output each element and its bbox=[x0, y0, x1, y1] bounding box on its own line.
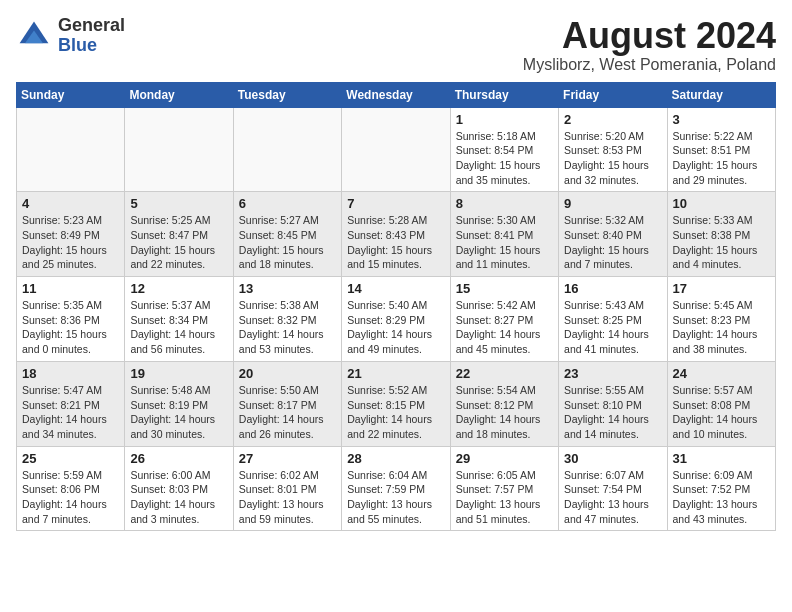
day-info: Sunrise: 5:50 AM Sunset: 8:17 PM Dayligh… bbox=[239, 383, 336, 442]
calendar-cell: 6Sunrise: 5:27 AM Sunset: 8:45 PM Daylig… bbox=[233, 192, 341, 277]
calendar-cell: 5Sunrise: 5:25 AM Sunset: 8:47 PM Daylig… bbox=[125, 192, 233, 277]
day-number: 5 bbox=[130, 196, 227, 211]
day-number: 11 bbox=[22, 281, 119, 296]
day-number: 30 bbox=[564, 451, 661, 466]
day-number: 29 bbox=[456, 451, 553, 466]
calendar-cell: 19Sunrise: 5:48 AM Sunset: 8:19 PM Dayli… bbox=[125, 361, 233, 446]
calendar-week-row: 18Sunrise: 5:47 AM Sunset: 8:21 PM Dayli… bbox=[17, 361, 776, 446]
day-info: Sunrise: 5:38 AM Sunset: 8:32 PM Dayligh… bbox=[239, 298, 336, 357]
day-info: Sunrise: 5:33 AM Sunset: 8:38 PM Dayligh… bbox=[673, 213, 770, 272]
day-info: Sunrise: 5:25 AM Sunset: 8:47 PM Dayligh… bbox=[130, 213, 227, 272]
day-info: Sunrise: 6:09 AM Sunset: 7:52 PM Dayligh… bbox=[673, 468, 770, 527]
calendar-week-row: 11Sunrise: 5:35 AM Sunset: 8:36 PM Dayli… bbox=[17, 277, 776, 362]
day-number: 18 bbox=[22, 366, 119, 381]
day-info: Sunrise: 6:05 AM Sunset: 7:57 PM Dayligh… bbox=[456, 468, 553, 527]
day-info: Sunrise: 5:47 AM Sunset: 8:21 PM Dayligh… bbox=[22, 383, 119, 442]
weekday-header: Thursday bbox=[450, 82, 558, 107]
day-number: 3 bbox=[673, 112, 770, 127]
calendar-cell: 26Sunrise: 6:00 AM Sunset: 8:03 PM Dayli… bbox=[125, 446, 233, 531]
calendar-cell: 3Sunrise: 5:22 AM Sunset: 8:51 PM Daylig… bbox=[667, 107, 775, 192]
day-info: Sunrise: 5:22 AM Sunset: 8:51 PM Dayligh… bbox=[673, 129, 770, 188]
calendar-cell: 29Sunrise: 6:05 AM Sunset: 7:57 PM Dayli… bbox=[450, 446, 558, 531]
day-number: 27 bbox=[239, 451, 336, 466]
day-info: Sunrise: 5:28 AM Sunset: 8:43 PM Dayligh… bbox=[347, 213, 444, 272]
day-info: Sunrise: 5:40 AM Sunset: 8:29 PM Dayligh… bbox=[347, 298, 444, 357]
day-number: 31 bbox=[673, 451, 770, 466]
day-info: Sunrise: 6:00 AM Sunset: 8:03 PM Dayligh… bbox=[130, 468, 227, 527]
day-number: 9 bbox=[564, 196, 661, 211]
calendar-week-row: 25Sunrise: 5:59 AM Sunset: 8:06 PM Dayli… bbox=[17, 446, 776, 531]
location-title: Mysliborz, West Pomerania, Poland bbox=[523, 56, 776, 74]
calendar-cell: 16Sunrise: 5:43 AM Sunset: 8:25 PM Dayli… bbox=[559, 277, 667, 362]
calendar-cell: 12Sunrise: 5:37 AM Sunset: 8:34 PM Dayli… bbox=[125, 277, 233, 362]
weekday-header: Sunday bbox=[17, 82, 125, 107]
calendar-cell: 4Sunrise: 5:23 AM Sunset: 8:49 PM Daylig… bbox=[17, 192, 125, 277]
day-info: Sunrise: 5:27 AM Sunset: 8:45 PM Dayligh… bbox=[239, 213, 336, 272]
calendar-cell: 23Sunrise: 5:55 AM Sunset: 8:10 PM Dayli… bbox=[559, 361, 667, 446]
header: General Blue August 2024 Mysliborz, West… bbox=[16, 16, 776, 74]
calendar-cell: 28Sunrise: 6:04 AM Sunset: 7:59 PM Dayli… bbox=[342, 446, 450, 531]
day-number: 14 bbox=[347, 281, 444, 296]
calendar-cell: 21Sunrise: 5:52 AM Sunset: 8:15 PM Dayli… bbox=[342, 361, 450, 446]
day-number: 12 bbox=[130, 281, 227, 296]
day-number: 16 bbox=[564, 281, 661, 296]
day-info: Sunrise: 5:37 AM Sunset: 8:34 PM Dayligh… bbox=[130, 298, 227, 357]
day-info: Sunrise: 5:18 AM Sunset: 8:54 PM Dayligh… bbox=[456, 129, 553, 188]
day-info: Sunrise: 6:02 AM Sunset: 8:01 PM Dayligh… bbox=[239, 468, 336, 527]
title-area: August 2024 Mysliborz, West Pomerania, P… bbox=[523, 16, 776, 74]
calendar-cell: 2Sunrise: 5:20 AM Sunset: 8:53 PM Daylig… bbox=[559, 107, 667, 192]
day-number: 24 bbox=[673, 366, 770, 381]
calendar-cell: 20Sunrise: 5:50 AM Sunset: 8:17 PM Dayli… bbox=[233, 361, 341, 446]
calendar-cell: 13Sunrise: 5:38 AM Sunset: 8:32 PM Dayli… bbox=[233, 277, 341, 362]
day-number: 7 bbox=[347, 196, 444, 211]
calendar-cell: 9Sunrise: 5:32 AM Sunset: 8:40 PM Daylig… bbox=[559, 192, 667, 277]
logo-icon bbox=[16, 18, 52, 54]
month-title: August 2024 bbox=[523, 16, 776, 56]
logo-line1: General bbox=[58, 16, 125, 36]
day-info: Sunrise: 5:32 AM Sunset: 8:40 PM Dayligh… bbox=[564, 213, 661, 272]
day-info: Sunrise: 5:59 AM Sunset: 8:06 PM Dayligh… bbox=[22, 468, 119, 527]
day-info: Sunrise: 5:48 AM Sunset: 8:19 PM Dayligh… bbox=[130, 383, 227, 442]
calendar-cell: 15Sunrise: 5:42 AM Sunset: 8:27 PM Dayli… bbox=[450, 277, 558, 362]
logo-text: General Blue bbox=[58, 16, 125, 56]
day-number: 22 bbox=[456, 366, 553, 381]
day-info: Sunrise: 5:43 AM Sunset: 8:25 PM Dayligh… bbox=[564, 298, 661, 357]
day-number: 20 bbox=[239, 366, 336, 381]
day-number: 1 bbox=[456, 112, 553, 127]
calendar: SundayMondayTuesdayWednesdayThursdayFrid… bbox=[16, 82, 776, 532]
day-number: 19 bbox=[130, 366, 227, 381]
calendar-week-row: 4Sunrise: 5:23 AM Sunset: 8:49 PM Daylig… bbox=[17, 192, 776, 277]
day-info: Sunrise: 5:54 AM Sunset: 8:12 PM Dayligh… bbox=[456, 383, 553, 442]
day-number: 15 bbox=[456, 281, 553, 296]
day-number: 4 bbox=[22, 196, 119, 211]
weekday-header: Saturday bbox=[667, 82, 775, 107]
calendar-cell: 8Sunrise: 5:30 AM Sunset: 8:41 PM Daylig… bbox=[450, 192, 558, 277]
calendar-cell: 27Sunrise: 6:02 AM Sunset: 8:01 PM Dayli… bbox=[233, 446, 341, 531]
calendar-cell: 17Sunrise: 5:45 AM Sunset: 8:23 PM Dayli… bbox=[667, 277, 775, 362]
day-info: Sunrise: 5:30 AM Sunset: 8:41 PM Dayligh… bbox=[456, 213, 553, 272]
day-info: Sunrise: 6:04 AM Sunset: 7:59 PM Dayligh… bbox=[347, 468, 444, 527]
day-info: Sunrise: 5:52 AM Sunset: 8:15 PM Dayligh… bbox=[347, 383, 444, 442]
logo-line2: Blue bbox=[58, 36, 125, 56]
day-number: 21 bbox=[347, 366, 444, 381]
day-number: 2 bbox=[564, 112, 661, 127]
day-info: Sunrise: 5:42 AM Sunset: 8:27 PM Dayligh… bbox=[456, 298, 553, 357]
calendar-header-row: SundayMondayTuesdayWednesdayThursdayFrid… bbox=[17, 82, 776, 107]
calendar-cell: 22Sunrise: 5:54 AM Sunset: 8:12 PM Dayli… bbox=[450, 361, 558, 446]
day-info: Sunrise: 6:07 AM Sunset: 7:54 PM Dayligh… bbox=[564, 468, 661, 527]
calendar-cell: 11Sunrise: 5:35 AM Sunset: 8:36 PM Dayli… bbox=[17, 277, 125, 362]
day-number: 17 bbox=[673, 281, 770, 296]
calendar-cell bbox=[342, 107, 450, 192]
day-number: 25 bbox=[22, 451, 119, 466]
weekday-header: Wednesday bbox=[342, 82, 450, 107]
weekday-header: Monday bbox=[125, 82, 233, 107]
day-number: 28 bbox=[347, 451, 444, 466]
calendar-cell: 24Sunrise: 5:57 AM Sunset: 8:08 PM Dayli… bbox=[667, 361, 775, 446]
day-number: 6 bbox=[239, 196, 336, 211]
day-number: 13 bbox=[239, 281, 336, 296]
calendar-cell: 31Sunrise: 6:09 AM Sunset: 7:52 PM Dayli… bbox=[667, 446, 775, 531]
day-info: Sunrise: 5:45 AM Sunset: 8:23 PM Dayligh… bbox=[673, 298, 770, 357]
day-number: 26 bbox=[130, 451, 227, 466]
weekday-header: Tuesday bbox=[233, 82, 341, 107]
calendar-cell bbox=[125, 107, 233, 192]
